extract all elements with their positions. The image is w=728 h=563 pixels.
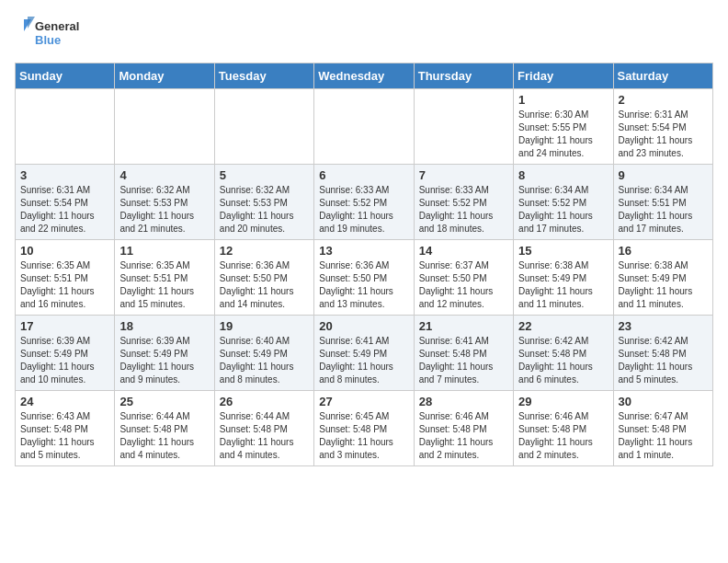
- header-wednesday: Wednesday: [314, 63, 414, 89]
- calendar-cell: 7Sunrise: 6:33 AM Sunset: 5:52 PM Daylig…: [414, 165, 513, 240]
- calendar-cell: [16, 89, 115, 165]
- calendar-cell: 13Sunrise: 6:36 AM Sunset: 5:50 PM Dayli…: [314, 240, 414, 316]
- calendar-cell: 5Sunrise: 6:32 AM Sunset: 5:53 PM Daylig…: [214, 165, 313, 240]
- header-monday: Monday: [115, 63, 214, 89]
- calendar-cell: 23Sunrise: 6:42 AM Sunset: 5:48 PM Dayli…: [613, 316, 712, 391]
- calendar-week-row: 24Sunrise: 6:43 AM Sunset: 5:48 PM Dayli…: [16, 391, 713, 466]
- day-info: Sunrise: 6:44 AM Sunset: 5:48 PM Dayligh…: [220, 410, 309, 462]
- day-info: Sunrise: 6:38 AM Sunset: 5:49 PM Dayligh…: [518, 259, 608, 311]
- svg-text:Blue: Blue: [35, 33, 61, 47]
- day-info: Sunrise: 6:34 AM Sunset: 5:51 PM Dayligh…: [619, 184, 708, 236]
- calendar-cell: 29Sunrise: 6:46 AM Sunset: 5:48 PM Dayli…: [514, 391, 613, 466]
- day-info: Sunrise: 6:45 AM Sunset: 5:48 PM Dayligh…: [319, 410, 408, 462]
- logo: General Blue: [15, 15, 88, 52]
- day-number: 8: [518, 168, 608, 182]
- day-info: Sunrise: 6:44 AM Sunset: 5:48 PM Dayligh…: [119, 410, 209, 462]
- day-info: Sunrise: 6:42 AM Sunset: 5:48 PM Dayligh…: [619, 335, 708, 386]
- calendar-cell: 9Sunrise: 6:34 AM Sunset: 5:51 PM Daylig…: [613, 165, 712, 240]
- calendar-table: SundayMondayTuesdayWednesdayThursdayFrid…: [15, 63, 713, 466]
- day-number: 18: [119, 319, 209, 333]
- day-info: Sunrise: 6:33 AM Sunset: 5:52 PM Dayligh…: [319, 184, 408, 236]
- calendar-cell: 12Sunrise: 6:36 AM Sunset: 5:50 PM Dayli…: [214, 240, 313, 316]
- calendar-cell: 30Sunrise: 6:47 AM Sunset: 5:48 PM Dayli…: [613, 391, 712, 466]
- day-number: 22: [518, 319, 608, 333]
- day-number: 29: [518, 395, 608, 408]
- day-info: Sunrise: 6:30 AM Sunset: 5:55 PM Dayligh…: [518, 109, 608, 160]
- calendar-cell: 2Sunrise: 6:31 AM Sunset: 5:54 PM Daylig…: [613, 89, 712, 165]
- header-friday: Friday: [514, 63, 613, 89]
- calendar-week-row: 1Sunrise: 6:30 AM Sunset: 5:55 PM Daylig…: [16, 89, 713, 165]
- day-info: Sunrise: 6:47 AM Sunset: 5:48 PM Dayligh…: [619, 410, 708, 462]
- day-number: 13: [319, 244, 408, 258]
- calendar-cell: 3Sunrise: 6:31 AM Sunset: 5:54 PM Daylig…: [16, 165, 115, 240]
- calendar-week-row: 10Sunrise: 6:35 AM Sunset: 5:51 PM Dayli…: [16, 240, 713, 316]
- day-info: Sunrise: 6:41 AM Sunset: 5:48 PM Dayligh…: [419, 335, 508, 386]
- calendar-cell: 20Sunrise: 6:41 AM Sunset: 5:49 PM Dayli…: [314, 316, 414, 391]
- day-number: 7: [419, 168, 508, 182]
- calendar-cell: [414, 89, 513, 165]
- calendar-cell: [314, 89, 414, 165]
- day-number: 4: [119, 168, 209, 182]
- day-number: 20: [319, 319, 408, 333]
- calendar-cell: 14Sunrise: 6:37 AM Sunset: 5:50 PM Dayli…: [414, 240, 513, 316]
- calendar-cell: 15Sunrise: 6:38 AM Sunset: 5:49 PM Dayli…: [514, 240, 613, 316]
- day-number: 19: [220, 319, 309, 333]
- header-thursday: Thursday: [414, 63, 513, 89]
- day-number: 11: [119, 244, 209, 258]
- day-number: 14: [419, 244, 508, 258]
- calendar-cell: 10Sunrise: 6:35 AM Sunset: 5:51 PM Dayli…: [16, 240, 115, 316]
- day-number: 3: [20, 168, 109, 182]
- day-info: Sunrise: 6:39 AM Sunset: 5:49 PM Dayligh…: [119, 335, 209, 386]
- day-info: Sunrise: 6:42 AM Sunset: 5:48 PM Dayligh…: [518, 335, 608, 386]
- day-info: Sunrise: 6:31 AM Sunset: 5:54 PM Dayligh…: [20, 184, 109, 236]
- day-info: Sunrise: 6:39 AM Sunset: 5:49 PM Dayligh…: [20, 335, 109, 386]
- calendar-cell: [115, 89, 214, 165]
- calendar-cell: 8Sunrise: 6:34 AM Sunset: 5:52 PM Daylig…: [514, 165, 613, 240]
- calendar-week-row: 3Sunrise: 6:31 AM Sunset: 5:54 PM Daylig…: [16, 165, 713, 240]
- day-info: Sunrise: 6:34 AM Sunset: 5:52 PM Dayligh…: [518, 184, 608, 236]
- calendar-cell: 1Sunrise: 6:30 AM Sunset: 5:55 PM Daylig…: [514, 89, 613, 165]
- day-number: 10: [20, 244, 109, 258]
- day-info: Sunrise: 6:40 AM Sunset: 5:49 PM Dayligh…: [220, 335, 309, 386]
- day-info: Sunrise: 6:32 AM Sunset: 5:53 PM Dayligh…: [220, 184, 309, 236]
- day-info: Sunrise: 6:36 AM Sunset: 5:50 PM Dayligh…: [319, 259, 408, 311]
- calendar-cell: 24Sunrise: 6:43 AM Sunset: 5:48 PM Dayli…: [16, 391, 115, 466]
- day-number: 17: [20, 319, 109, 333]
- calendar-cell: 18Sunrise: 6:39 AM Sunset: 5:49 PM Dayli…: [115, 316, 214, 391]
- day-info: Sunrise: 6:36 AM Sunset: 5:50 PM Dayligh…: [220, 259, 309, 311]
- calendar-header-row: SundayMondayTuesdayWednesdayThursdayFrid…: [16, 63, 713, 89]
- calendar-cell: 25Sunrise: 6:44 AM Sunset: 5:48 PM Dayli…: [115, 391, 214, 466]
- day-info: Sunrise: 6:37 AM Sunset: 5:50 PM Dayligh…: [419, 259, 508, 311]
- day-info: Sunrise: 6:38 AM Sunset: 5:49 PM Dayligh…: [619, 259, 708, 311]
- day-info: Sunrise: 6:32 AM Sunset: 5:53 PM Dayligh…: [119, 184, 209, 236]
- day-number: 25: [119, 395, 209, 408]
- day-number: 28: [419, 395, 508, 408]
- day-number: 27: [319, 395, 408, 408]
- day-number: 23: [619, 319, 708, 333]
- calendar-cell: [214, 89, 313, 165]
- calendar-cell: 28Sunrise: 6:46 AM Sunset: 5:48 PM Dayli…: [414, 391, 513, 466]
- day-info: Sunrise: 6:35 AM Sunset: 5:51 PM Dayligh…: [20, 259, 109, 311]
- header-tuesday: Tuesday: [214, 63, 313, 89]
- svg-text:General: General: [35, 19, 79, 33]
- calendar-cell: 27Sunrise: 6:45 AM Sunset: 5:48 PM Dayli…: [314, 391, 414, 466]
- day-info: Sunrise: 6:46 AM Sunset: 5:48 PM Dayligh…: [419, 410, 508, 462]
- day-number: 9: [619, 168, 708, 182]
- calendar-cell: 17Sunrise: 6:39 AM Sunset: 5:49 PM Dayli…: [16, 316, 115, 391]
- calendar-cell: 6Sunrise: 6:33 AM Sunset: 5:52 PM Daylig…: [314, 165, 414, 240]
- day-number: 21: [419, 319, 508, 333]
- logo-svg: General Blue: [15, 15, 88, 52]
- day-number: 30: [619, 395, 708, 408]
- day-info: Sunrise: 6:31 AM Sunset: 5:54 PM Dayligh…: [619, 109, 708, 160]
- day-number: 26: [220, 395, 309, 408]
- calendar-cell: 19Sunrise: 6:40 AM Sunset: 5:49 PM Dayli…: [214, 316, 313, 391]
- calendar-cell: 22Sunrise: 6:42 AM Sunset: 5:48 PM Dayli…: [514, 316, 613, 391]
- day-number: 24: [20, 395, 109, 408]
- calendar-cell: 16Sunrise: 6:38 AM Sunset: 5:49 PM Dayli…: [613, 240, 712, 316]
- day-info: Sunrise: 6:35 AM Sunset: 5:51 PM Dayligh…: [119, 259, 209, 311]
- day-info: Sunrise: 6:43 AM Sunset: 5:48 PM Dayligh…: [20, 410, 109, 462]
- day-info: Sunrise: 6:41 AM Sunset: 5:49 PM Dayligh…: [319, 335, 408, 386]
- day-number: 1: [518, 93, 608, 107]
- calendar-week-row: 17Sunrise: 6:39 AM Sunset: 5:49 PM Dayli…: [16, 316, 713, 391]
- calendar-cell: 11Sunrise: 6:35 AM Sunset: 5:51 PM Dayli…: [115, 240, 214, 316]
